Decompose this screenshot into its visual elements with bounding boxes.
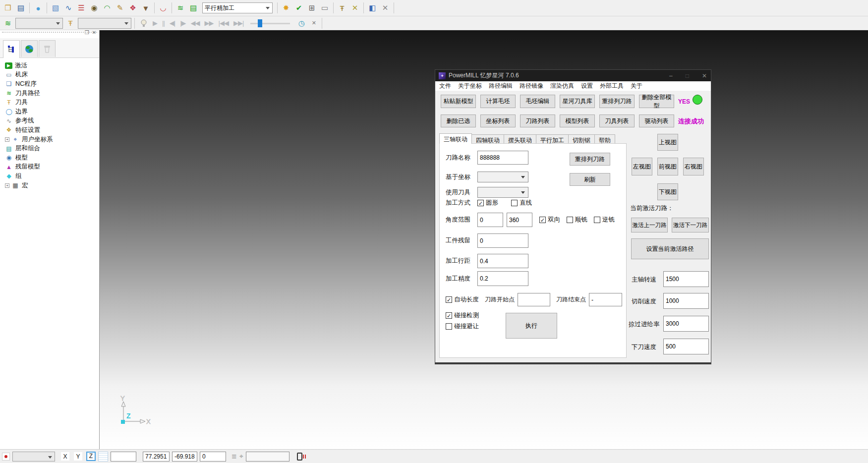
checkbox-icon[interactable]: [567, 217, 573, 223]
play-button[interactable]: ▶: [151, 19, 159, 27]
end-point-input[interactable]: [589, 293, 622, 306]
tool-icon[interactable]: ◉: [88, 2, 100, 14]
open-project-icon[interactable]: ❒: [2, 2, 14, 14]
tree-item[interactable]: ▲ 残留模型: [5, 163, 99, 172]
calculator-icon[interactable]: ⊞: [306, 2, 318, 14]
dialog-tab[interactable]: 帮助: [594, 134, 615, 144]
view-left-button[interactable]: 左视图: [632, 158, 652, 175]
collision-check-option[interactable]: 碰撞检测: [446, 311, 479, 320]
step-forward-button[interactable]: |▶: [178, 19, 187, 27]
dialog-tab[interactable]: 切割锯: [568, 134, 595, 144]
view-front-button[interactable]: 前视图: [657, 158, 678, 175]
lightbulb-icon[interactable]: [138, 17, 150, 29]
dialog-button[interactable]: 删除全部模型: [639, 95, 674, 108]
direction-option[interactable]: 逆铣: [594, 216, 615, 224]
axis-toggle-button[interactable]: Z: [86, 452, 96, 461]
tree-item[interactable]: ▭ 机床: [5, 70, 99, 80]
direction-option[interactable]: 顺铣: [567, 216, 587, 224]
skim-feedrate-input[interactable]: [663, 316, 709, 332]
thickness-icon[interactable]: ◡: [157, 2, 169, 14]
simulate-entry-icon[interactable]: ✸: [280, 2, 292, 14]
minimize-button[interactable]: –: [669, 72, 673, 79]
expand-plus-icon[interactable]: +: [5, 137, 9, 142]
rearrange-toolpath-button[interactable]: 重排列刀路: [570, 153, 610, 166]
draw-mode-icon[interactable]: [2, 453, 10, 461]
target-dropdown[interactable]: [12, 452, 55, 462]
grid-toggle-icon[interactable]: [98, 452, 108, 462]
checkbox-icon[interactable]: [446, 296, 452, 303]
coordinate-x-field[interactable]: 77.2951: [143, 452, 170, 462]
nc-program-icon[interactable]: ☰: [75, 2, 87, 14]
coordinate-z-field[interactable]: 0: [200, 452, 226, 462]
checkbox-icon[interactable]: [446, 312, 452, 319]
toolpath-select-dropdown[interactable]: [15, 18, 63, 29]
mode-option[interactable]: 直线: [511, 199, 532, 207]
tree-item[interactable]: Ŧ 刀具: [5, 98, 99, 107]
go-end-button[interactable]: ▶▶|: [232, 19, 245, 27]
powermill-logo-icon[interactable]: ≋: [174, 2, 186, 14]
checkbox-icon[interactable]: [446, 323, 452, 330]
tree-item[interactable]: ◯ 边界: [5, 107, 99, 116]
save-project-icon[interactable]: ▤: [15, 2, 27, 14]
tree-item[interactable]: ◉ 模型: [5, 153, 99, 163]
fast-forward-button[interactable]: ▶▶: [203, 19, 215, 27]
strategy-dropdown[interactable]: 平行精加工: [202, 2, 273, 13]
sidebar-drag-handle[interactable]: ❐ ✕: [2, 32, 97, 38]
dialog-tab[interactable]: 四轴联动: [471, 134, 504, 144]
grid-size-field[interactable]: [111, 452, 136, 462]
menu-item[interactable]: 路径镜像: [520, 82, 543, 90]
print-preview-icon[interactable]: ●: [32, 2, 44, 14]
activate-prev-toolpath-button[interactable]: 激活上一刀路: [631, 218, 668, 232]
stepover-input[interactable]: [477, 254, 528, 268]
coordinate-y-field[interactable]: -69.918: [172, 452, 197, 462]
transform-icon[interactable]: ✕: [349, 2, 361, 14]
simulation-speed-slider[interactable]: [250, 19, 290, 28]
clock-icon[interactable]: ◷: [295, 17, 307, 29]
close-panel-icon[interactable]: ✕: [92, 30, 96, 35]
start-point-input[interactable]: [518, 293, 550, 306]
set-active-path-button[interactable]: 设置当前激活路径: [631, 238, 709, 259]
dialog-titlebar[interactable]: ✦ PowerMILL 忆梦星河 7.0.6 – □ ✕: [435, 70, 711, 81]
pause-button[interactable]: ||: [161, 19, 166, 27]
tab-recycle-bin[interactable]: [39, 40, 56, 57]
dialog-button[interactable]: 坐标列表: [480, 115, 516, 127]
toolbar-close-icon[interactable]: ✕: [379, 2, 391, 14]
measure-icon[interactable]: ▭: [319, 2, 331, 14]
verify-toolpath-icon[interactable]: ✔: [293, 2, 305, 14]
tab-explorer-tree[interactable]: [3, 40, 20, 58]
menu-item[interactable]: 关于: [631, 82, 642, 90]
cutting-speed-input[interactable]: [663, 293, 709, 309]
checkbox-icon[interactable]: [539, 217, 546, 223]
compare-models-icon[interactable]: ◧: [366, 2, 378, 14]
menu-item[interactable]: 文件: [439, 82, 451, 90]
dialog-tab[interactable]: 摆头联动: [504, 134, 536, 144]
dialog-button[interactable]: 粘贴新模型: [441, 95, 476, 108]
menu-item[interactable]: 路径编辑: [489, 82, 513, 90]
collision-avoid-option[interactable]: 碰撞避让: [446, 322, 479, 331]
tree-item[interactable]: + ⌖ 用户坐标系: [5, 135, 99, 144]
refresh-button[interactable]: 刷新: [570, 173, 610, 186]
tool-holder-icon[interactable]: ▼: [140, 2, 152, 14]
plunge-speed-input[interactable]: [663, 339, 709, 354]
dialog-button[interactable]: 星河刀具库: [560, 95, 595, 108]
axis-toggle-button[interactable]: Y: [73, 452, 83, 461]
execute-button[interactable]: 执行: [506, 313, 557, 339]
view-bottom-button[interactable]: 下视图: [657, 183, 678, 200]
dialog-tab[interactable]: 三轴联动: [439, 133, 472, 144]
checkbox-icon[interactable]: [594, 217, 600, 223]
auto-length-option[interactable]: 自动长度: [446, 295, 479, 304]
pattern-icon[interactable]: ✎: [114, 2, 126, 14]
step-back-button[interactable]: ◀|: [168, 19, 176, 27]
tool-change-icon[interactable]: Ŧ: [336, 2, 348, 14]
menu-item[interactable]: 渲染仿真: [550, 82, 574, 90]
tree-item[interactable]: ❖ 特征设置: [5, 125, 99, 135]
float-panel-icon[interactable]: ❐: [85, 30, 89, 35]
angle-to-input[interactable]: [507, 213, 532, 227]
tree-item[interactable]: ∿ 参考线: [5, 116, 99, 126]
slider-handle[interactable]: [258, 19, 262, 27]
dialog-button[interactable]: 驱动列表: [639, 115, 674, 127]
rewind-button[interactable]: ◀◀: [189, 19, 201, 27]
tree-item[interactable]: ▶ 激活: [5, 61, 99, 70]
checkbox-icon[interactable]: [511, 200, 518, 206]
feature-set-icon[interactable]: ❖: [127, 2, 139, 14]
